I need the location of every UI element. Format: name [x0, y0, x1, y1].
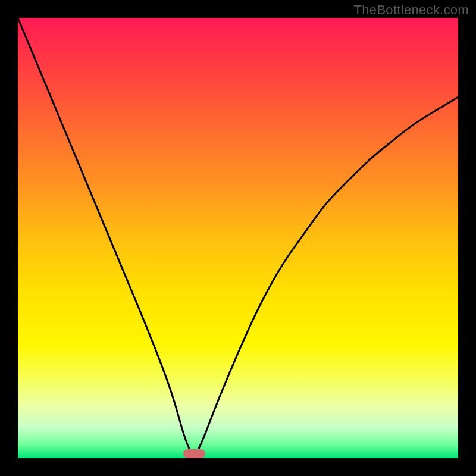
optimal-marker: [183, 449, 205, 458]
watermark-text: TheBottleneck.com: [354, 2, 469, 18]
plot-area: [18, 18, 458, 458]
chart-frame: TheBottleneck.com: [0, 0, 476, 476]
bottleneck-curve: [18, 18, 458, 454]
curve-svg: [18, 18, 458, 458]
